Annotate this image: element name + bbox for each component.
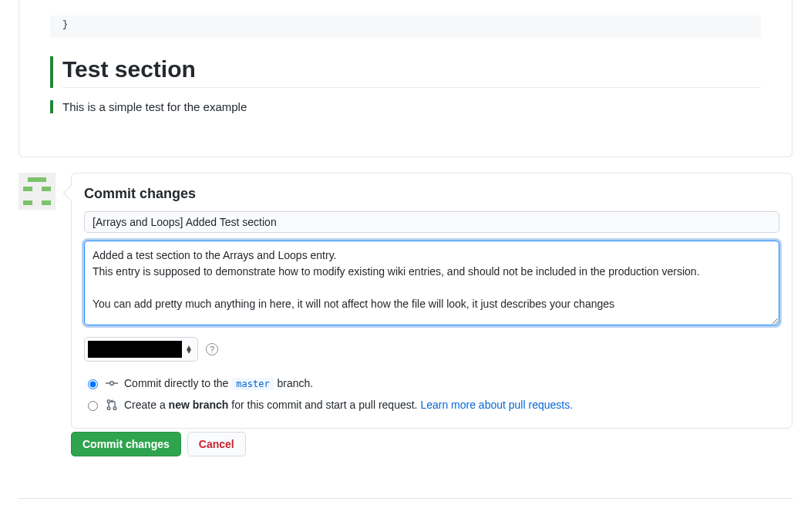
- radio-new-bold: new branch: [169, 399, 229, 411]
- footer-divider: [19, 498, 792, 499]
- git-commit-icon: [106, 377, 118, 389]
- wiki-preview-panel: } Test section This is a simple test for…: [19, 0, 792, 157]
- svg-point-10: [107, 406, 110, 409]
- radio-new-text-prefix: Create a: [124, 399, 169, 411]
- svg-rect-1: [28, 177, 46, 182]
- section-body-text: This is a simple test for the example: [62, 100, 247, 113]
- commit-form: Commit changes ▴▾ ? Commit direct: [71, 173, 792, 429]
- svg-rect-2: [23, 187, 32, 191]
- author-select[interactable]: ▴▾: [84, 337, 198, 362]
- svg-rect-4: [23, 200, 32, 205]
- radio-new-branch[interactable]: Create a new branch for this commit and …: [84, 394, 779, 416]
- svg-rect-5: [42, 200, 51, 205]
- radio-direct-text-prefix: Commit directly to the: [124, 377, 231, 389]
- learn-more-link[interactable]: Learn more about pull requests.: [420, 399, 573, 411]
- commit-summary-input[interactable]: [84, 211, 779, 233]
- commit-description-textarea[interactable]: [84, 241, 779, 325]
- branch-chip: master: [231, 378, 274, 390]
- section-heading: Test section: [62, 56, 761, 88]
- cancel-button[interactable]: Cancel: [187, 432, 246, 456]
- code-brace: }: [62, 19, 68, 30]
- author-redacted: [88, 341, 182, 358]
- code-block-remnant: }: [50, 15, 761, 38]
- radio-new-text-suffix: for this commit and start a pull request…: [231, 399, 420, 411]
- svg-point-9: [107, 399, 110, 402]
- diff-added-text: This is a simple test for the example: [50, 100, 761, 113]
- avatar: [19, 173, 56, 210]
- radio-commit-direct[interactable]: Commit directly to the master branch.: [84, 372, 779, 394]
- help-icon[interactable]: ?: [206, 343, 218, 355]
- diff-added-heading: Test section: [50, 56, 761, 88]
- select-caret-icon: ▴▾: [185, 345, 197, 353]
- svg-rect-3: [42, 187, 51, 191]
- commit-changes-button[interactable]: Commit changes: [71, 432, 181, 456]
- svg-point-6: [110, 381, 114, 385]
- radio-commit-direct-input[interactable]: [88, 379, 98, 389]
- git-pull-request-icon: [106, 399, 118, 411]
- svg-point-11: [113, 406, 116, 409]
- radio-new-branch-input[interactable]: [88, 401, 98, 411]
- radio-direct-text-suffix: branch.: [278, 377, 314, 389]
- commit-form-title: Commit changes: [84, 186, 779, 202]
